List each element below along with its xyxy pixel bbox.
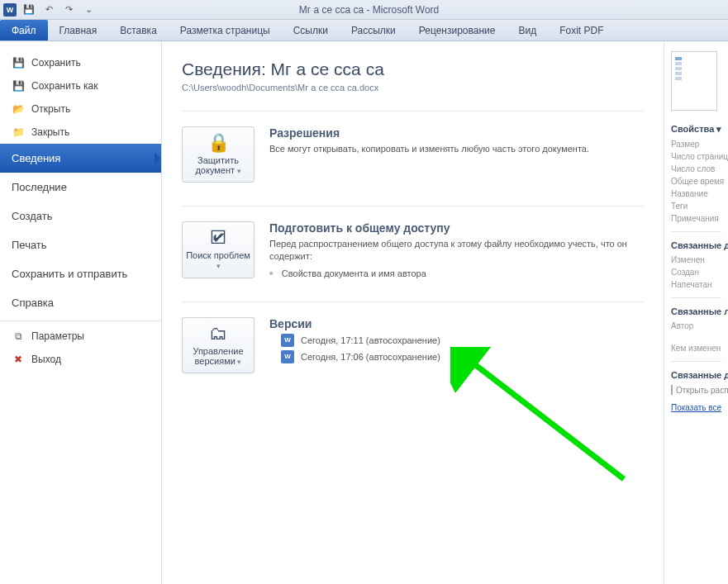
prop-size: Размер [671,140,721,149]
prepare-title: Подготовить к общему доступу [269,221,644,235]
permissions-text: Все могут открывать, копировать и изменя… [269,143,644,155]
prepare-section: 🗹 Поиск проблем Подготовить к общему дос… [182,206,644,278]
save-icon: 💾 [12,56,25,69]
prop-last-modified-by: Кем изменен [671,344,721,353]
prop-pages: Число страниц [671,152,721,161]
show-all-properties-link[interactable]: Показать все [671,403,721,412]
divider [671,297,721,298]
divider [671,361,721,362]
sidebar-item-label: Печать [12,239,47,251]
prepare-bullet: Свойства документа и имя автора [269,268,644,278]
section-body: Версии WСегодня, 17:11 (автосохранение) … [269,317,644,373]
sidebar-close[interactable]: 📁Закрыть [0,121,161,144]
sidebar-exit[interactable]: ✖Выход [0,348,161,371]
qat-customize[interactable]: ⌄ [81,2,96,17]
sidebar-save[interactable]: 💾Сохранить [0,51,161,74]
sidebar-help[interactable]: Справка [0,288,161,317]
document-path: C:\Users\woodh\Documents\Мг а се сса са.… [182,83,644,93]
lock-icon: 🔒 [207,134,230,152]
sidebar-item-label: Последние [12,181,67,193]
qat-redo[interactable]: ↷ [61,2,76,17]
window-title: Мг а се сса са - Microsoft Word [96,4,725,16]
open-icon: 📂 [12,102,25,116]
tab-review[interactable]: Рецензирование [407,20,507,40]
prop-printed: Напечатан [671,280,721,289]
related-people-heading: Связанные люди [671,306,721,316]
button-label: Поиск проблем [186,250,250,270]
check-issues-button[interactable]: 🗹 Поиск проблем [182,221,255,278]
info-heading: Сведения: Мг а се сса са [182,59,644,79]
divider [671,231,721,232]
sidebar-item-label: Сохранить и отправить [12,268,127,280]
properties-heading[interactable]: Свойства ▾ [671,124,721,135]
related-docs-heading: Связанные документы [671,370,721,380]
title-bar: W 💾 ↶ ↷ ⌄ Мг а се сса са - Microsoft Wor… [0,0,728,20]
backstage-sidebar: 💾Сохранить 💾Сохранить как 📂Открыть 📁Закр… [0,41,162,584]
sidebar-item-label: Параметры [31,330,84,342]
sidebar-options[interactable]: ⧉Параметры [0,325,161,348]
qat-save[interactable]: 💾 [21,2,36,17]
tab-page-layout[interactable]: Разметка страницы [169,20,282,40]
version-item[interactable]: WСегодня, 17:11 (автосохранение) [281,334,644,347]
sidebar-new[interactable]: Создать [0,202,161,230]
sidebar-save-as[interactable]: 💾Сохранить как [0,74,161,97]
prop-modified: Изменен [671,255,721,264]
tab-insert[interactable]: Вставка [108,20,169,40]
manage-versions-button[interactable]: 🗂 Управление версиями [182,317,255,373]
ribbon-tabs: Файл Главная Вставка Разметка страницы С… [0,20,728,41]
sidebar-print[interactable]: Печать [0,230,161,259]
prop-words: Число слов [671,164,721,173]
exit-icon: ✖ [12,353,25,366]
button-label: Управление версиями [186,346,250,366]
info-pane: Сведения: Мг а се сса са C:\Users\woodh\… [162,41,664,584]
related-dates-heading: Связанные даты [671,240,721,250]
sidebar-save-send[interactable]: Сохранить и отправить [0,259,161,288]
sidebar-item-label: Справка [12,297,54,309]
tab-file[interactable]: Файл [0,20,48,40]
sidebar-info[interactable]: Сведения [0,144,161,173]
button-label: Защитить документ [186,155,250,175]
version-label: Сегодня, 17:11 (автосохранение) [301,335,440,345]
prop-author: Автор [671,321,721,330]
prop-title: Название [671,189,721,198]
tab-foxit-pdf[interactable]: Foxit PDF [548,20,615,40]
sidebar-item-label: Сохранить как [31,80,98,92]
version-item[interactable]: WСегодня, 17:06 (автосохранение) [281,350,644,363]
close-icon: 📁 [12,126,25,139]
sidebar-item-label: Создать [12,210,52,222]
prepare-text: Перед распространением общего доступа к … [269,238,644,264]
versions-icon: 🗂 [209,325,227,343]
backstage-view: 💾Сохранить 💾Сохранить как 📂Открыть 📁Закр… [0,41,728,584]
sidebar-divider [0,320,161,321]
word-doc-icon: W [281,334,294,347]
save-as-icon: 💾 [12,79,25,93]
document-thumbnail[interactable] [671,51,717,111]
sidebar-item-label: Закрыть [31,126,69,138]
options-icon: ⧉ [12,330,25,343]
permissions-section: 🔒 Защитить документ Разрешения Все могут… [182,111,644,183]
quick-access-toolbar: 💾 ↶ ↷ ⌄ [21,2,96,17]
prop-tags: Теги [671,202,721,211]
section-body: Разрешения Все могут открывать, копирова… [269,126,644,183]
sidebar-item-label: Сведения [12,152,60,164]
tab-references[interactable]: Ссылки [282,20,340,40]
qat-undo[interactable]: ↶ [41,2,56,17]
inspect-icon: 🗹 [209,229,227,247]
permissions-title: Разрешения [269,126,644,140]
version-label: Сегодня, 17:06 (автосохранение) [301,352,440,362]
sidebar-recent[interactable]: Последние [0,173,161,202]
tab-view[interactable]: Вид [507,20,548,40]
word-app-icon: W [3,3,17,17]
tab-home[interactable]: Главная [48,20,109,40]
prop-edit-time: Общее время [671,177,721,186]
tab-mailings[interactable]: Рассылки [340,20,407,40]
word-doc-icon: W [281,350,294,363]
protect-document-button[interactable]: 🔒 Защитить документ [182,126,255,183]
versions-title: Версии [269,317,644,330]
open-location-link[interactable]: Открыть расположение [671,385,721,395]
sidebar-item-label: Открыть [31,103,70,115]
section-body: Подготовить к общему доступу Перед распр… [269,221,644,278]
sidebar-open[interactable]: 📂Открыть [0,97,161,121]
prop-created: Создан [671,268,721,277]
sidebar-item-label: Сохранить [31,57,81,69]
